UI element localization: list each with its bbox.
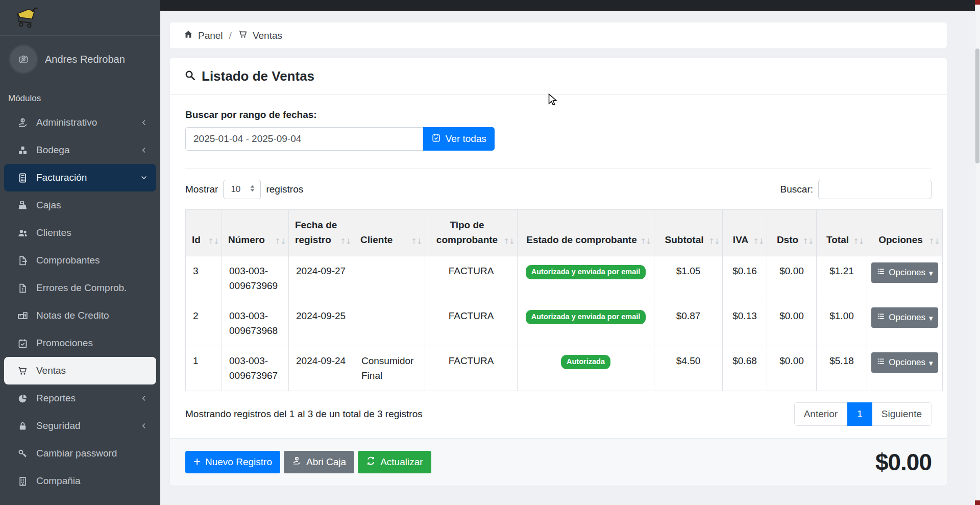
column-header-cliente[interactable]: Cliente↑↓ <box>354 210 425 256</box>
ver-todas-button[interactable]: Ver todas <box>423 127 495 151</box>
sidebar-item-label: Clientes <box>36 227 71 238</box>
column-header-id[interactable]: Id↑↓ <box>186 210 222 256</box>
card-footer: + Nuevo Registro Abri Caja Actualizar $0… <box>170 438 947 486</box>
cell-tipo: FACTURA <box>425 301 518 346</box>
opciones-button[interactable]: Opciones ▼ <box>871 307 938 328</box>
status-badge: Autorizada <box>561 355 610 369</box>
sort-arrows-icon: ↑↓ <box>640 236 651 248</box>
user-panel[interactable]: Andres Redroban <box>0 36 160 83</box>
cell-opciones: Opciones ▼ <box>867 346 943 391</box>
sidebar-item-reportes[interactable]: Reportes <box>4 384 156 412</box>
boxes-icon <box>16 145 29 156</box>
scrollbar[interactable] <box>975 0 980 505</box>
pagination-next[interactable]: Siguiente <box>872 402 932 426</box>
cell-numero: 003-003-009673969 <box>222 256 289 301</box>
breadcrumb-panel-link[interactable]: Panel <box>183 29 223 42</box>
cell-dsto: $0.00 <box>767 301 817 346</box>
cell-opciones: Opciones ▼ <box>867 301 943 346</box>
page-size-value: 10 <box>231 184 240 195</box>
users-icon <box>16 228 29 238</box>
key-icon <box>16 448 29 459</box>
sidebar-item-promociones[interactable]: Promociones <box>4 329 156 357</box>
cell-subtotal: $0.87 <box>654 301 723 346</box>
sidebar-item-notas-de-credito[interactable]: Notas de Credito <box>4 302 156 329</box>
sidebar-item-label: Promociones <box>36 338 93 349</box>
pagination-page-1[interactable]: 1 <box>847 402 872 426</box>
column-header-subtotal[interactable]: Subtotal↑↓ <box>654 210 723 256</box>
table-row: 2 003-003-009673968 2024-09-25 FACTURA A… <box>186 301 943 346</box>
opciones-button[interactable]: Opciones ▼ <box>871 262 938 283</box>
cell-dsto: $0.00 <box>767 256 817 301</box>
column-header-opciones[interactable]: Opciones↑↓ <box>867 210 943 256</box>
sidebar-item-facturacion[interactable]: Facturación <box>4 164 156 191</box>
page-size-select[interactable]: 10 <box>223 180 261 199</box>
brand-logo[interactable] <box>0 0 160 36</box>
ventas-card: Listado de Ventas Buscar por rango de fe… <box>170 58 947 486</box>
cell-subtotal: $1.05 <box>654 256 723 301</box>
calculator-icon <box>16 173 29 183</box>
sidebar-item-errores-de-comprob[interactable]: Errores de Comprob. <box>4 274 156 302</box>
cell-fecha: 2024-09-25 <box>289 301 354 346</box>
cart-icon <box>238 29 248 42</box>
sidebar-item-label: Bodega <box>36 145 70 156</box>
cell-iva: $0.68 <box>723 346 767 391</box>
sidebar-item-bodega[interactable]: Bodega <box>4 136 156 164</box>
column-header-dsto[interactable]: Dsto↑↓ <box>767 210 817 256</box>
column-header-estado[interactable]: Estado de comprobante↑↓ <box>518 210 654 256</box>
table-row: 3 003-003-009673969 2024-09-27 FACTURA A… <box>186 256 943 301</box>
cell-estado: Autorizada y enviada por email <box>518 256 654 301</box>
sort-arrows-icon: ↑↓ <box>411 236 422 248</box>
sidebar-item-label: Notas de Credito <box>36 310 109 321</box>
breadcrumb: Panel / Ventas <box>170 22 947 49</box>
ventas-table: Id↑↓ Número↑↓ Fecha de registro↑↓ Client… <box>185 209 943 391</box>
table-row: 1 003-003-009673967 2024-09-24 Consumido… <box>186 346 943 391</box>
lock-icon <box>16 421 29 431</box>
sidebar-item-label: Administrativo <box>36 117 97 128</box>
scrollbar-thumb[interactable] <box>975 49 979 163</box>
sidebar-item-cajas[interactable]: Cajas <box>4 191 156 219</box>
breadcrumb-current-label: Ventas <box>253 30 282 41</box>
main-content: Panel / Ventas Listado de Ventas Buscar … <box>160 11 965 486</box>
date-filter-group: Ver todas <box>185 127 495 151</box>
file-error-icon <box>16 283 29 294</box>
caret-down-icon: ▼ <box>929 271 933 276</box>
cell-total: $1.00 <box>817 301 867 346</box>
sidebar-item-administrativo[interactable]: Administrativo <box>4 109 156 136</box>
table-header-row: Id↑↓ Número↑↓ Fecha de registro↑↓ Client… <box>186 210 943 256</box>
cell-dsto: $0.00 <box>767 346 817 391</box>
sidebar-item-seguridad[interactable]: Seguridad <box>4 412 156 440</box>
pagination-previous[interactable]: Anterior <box>794 402 848 426</box>
cell-total: $1.21 <box>817 256 867 301</box>
column-header-fecha[interactable]: Fecha de registro↑↓ <box>289 210 354 256</box>
breadcrumb-panel-label: Panel <box>198 30 223 41</box>
actualizar-button[interactable]: Actualizar <box>358 451 431 473</box>
cell-total: $5.18 <box>817 346 867 391</box>
sidebar-item-comprobantes[interactable]: Comprobantes <box>4 247 156 274</box>
cell-cliente <box>354 256 425 301</box>
pagination: Anterior 1 Siguiente <box>794 402 932 426</box>
cell-id: 1 <box>186 346 222 391</box>
chevron-left-icon <box>140 146 148 154</box>
opciones-button[interactable]: Opciones ▼ <box>871 352 938 373</box>
date-range-input[interactable] <box>185 127 423 151</box>
column-header-numero[interactable]: Número↑↓ <box>222 210 289 256</box>
column-header-tipo[interactable]: Tipo de comprobante↑↓ <box>425 210 518 256</box>
table-controls: Mostrar 10 registros Buscar: <box>185 180 932 199</box>
sidebar-item-cambiar-password[interactable]: Cambiar password <box>4 440 156 467</box>
sort-arrows-icon: ↑↓ <box>802 236 813 248</box>
sidebar-item-compania[interactable]: Compañia <box>4 467 156 495</box>
caret-down-icon: ▼ <box>929 360 933 366</box>
table-search-input[interactable] <box>818 180 932 199</box>
column-header-iva[interactable]: IVA↑↓ <box>723 210 767 256</box>
search-label: Buscar: <box>780 184 813 195</box>
plus-icon: + <box>193 455 201 468</box>
cell-fecha: 2024-09-27 <box>289 256 354 301</box>
file-export-icon <box>16 255 29 266</box>
sidebar-item-clientes[interactable]: Clientes <box>4 219 156 247</box>
nuevo-registro-button[interactable]: + Nuevo Registro <box>185 451 280 473</box>
column-header-total[interactable]: Total↑↓ <box>817 210 867 256</box>
cell-tipo: FACTURA <box>425 256 518 301</box>
list-icon <box>876 267 885 278</box>
sidebar-item-ventas[interactable]: Ventas <box>4 357 156 384</box>
abrir-caja-button[interactable]: Abri Caja <box>284 451 354 473</box>
